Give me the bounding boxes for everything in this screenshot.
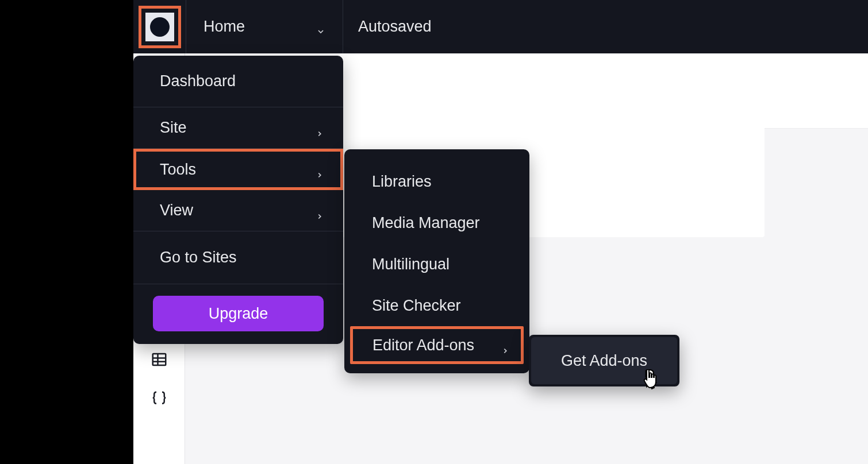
- submenu-item-media-manager[interactable]: Media Manager: [344, 202, 529, 243]
- submenu-item-label: Editor Add-ons: [372, 337, 474, 354]
- upgrade-button-label: Upgrade: [209, 305, 268, 323]
- menu-item-label: Dashboard: [160, 72, 236, 90]
- menu-item-tools[interactable]: Tools: [133, 149, 343, 190]
- submenu-item-label: Multilingual: [372, 256, 450, 273]
- tools-submenu: Libraries Media Manager Multilingual Sit…: [344, 149, 529, 373]
- logo-cell: [133, 0, 186, 53]
- chevron-right-icon: [316, 124, 324, 132]
- submenu-item-site-checker[interactable]: Site Checker: [344, 285, 529, 326]
- top-bar: Home Autosaved: [133, 0, 868, 53]
- app-logo[interactable]: [145, 13, 174, 41]
- menu-item-label: View: [160, 202, 193, 219]
- logo-highlight-frame: [139, 6, 181, 48]
- menu-item-label: Site: [160, 119, 187, 137]
- logo-circle-icon: [150, 17, 170, 37]
- submenu-item-libraries[interactable]: Libraries: [344, 161, 529, 202]
- editor-addons-submenu: Get Add-ons: [529, 335, 679, 386]
- submenu-item-get-addons[interactable]: Get Add-ons: [531, 337, 677, 384]
- svg-rect-0: [152, 354, 166, 365]
- chevron-down-icon: [316, 22, 325, 32]
- menu-item-label: Go to Sites: [160, 249, 237, 266]
- upgrade-row: Upgrade: [133, 284, 343, 331]
- submenu-item-editor-addons[interactable]: Editor Add-ons: [350, 326, 524, 364]
- main-menu: Dashboard Site Tools View Go to Sites: [133, 56, 343, 344]
- upgrade-button[interactable]: Upgrade: [153, 296, 324, 331]
- app-stage: Home Autosaved: [133, 0, 868, 464]
- save-status-label: Autosaved: [358, 18, 432, 35]
- submenu-item-label: Media Manager: [372, 214, 480, 232]
- submenu-item-multilingual[interactable]: Multilingual: [344, 243, 529, 285]
- menu-item-view[interactable]: View: [133, 190, 343, 231]
- chevron-right-icon: [501, 341, 509, 349]
- code-braces-icon[interactable]: [149, 389, 169, 408]
- menu-item-dashboard[interactable]: Dashboard: [133, 56, 343, 107]
- table-icon[interactable]: [149, 350, 169, 369]
- submenu-item-label: Site Checker: [372, 297, 461, 315]
- chevron-right-icon: [316, 207, 324, 215]
- page-selector-dropdown[interactable]: Home: [186, 0, 343, 53]
- menu-item-site[interactable]: Site: [133, 107, 343, 149]
- chevron-right-icon: [316, 165, 324, 173]
- submenu-item-label: Get Add-ons: [561, 352, 647, 370]
- save-status: Autosaved: [343, 18, 432, 36]
- page-selector-label: Home: [203, 18, 245, 36]
- menu-item-tools-highlight: Tools: [133, 149, 343, 190]
- menu-item-label: Tools: [160, 161, 196, 179]
- menu-item-go-to-sites[interactable]: Go to Sites: [133, 231, 343, 284]
- submenu-item-label: Libraries: [372, 173, 432, 191]
